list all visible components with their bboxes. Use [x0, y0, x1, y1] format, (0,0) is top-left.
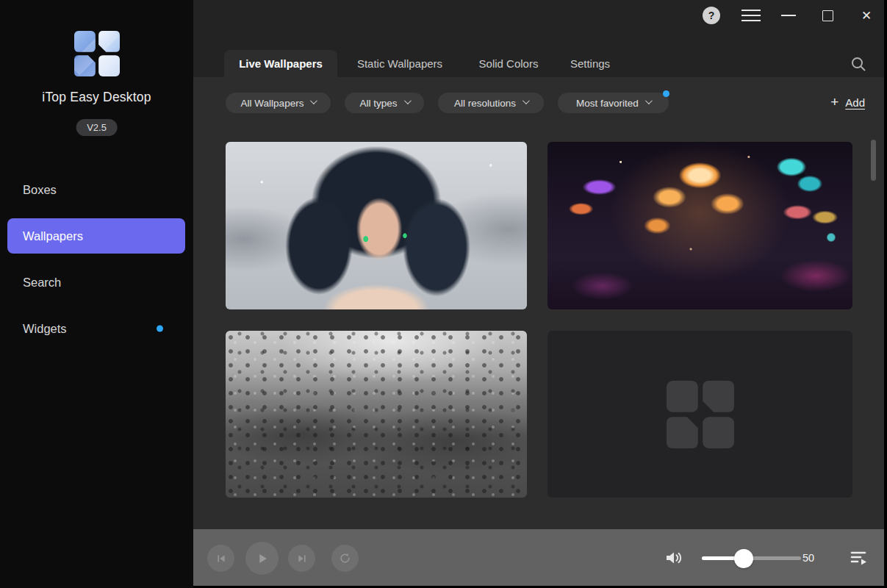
menu-icon[interactable] [741, 7, 761, 24]
chevron-down-icon [310, 97, 317, 104]
help-icon[interactable]: ? [703, 7, 720, 24]
app-name: iTop Easy Desktop [0, 90, 193, 105]
repeat-button[interactable] [331, 545, 359, 572]
wallpaper-tile-anime-girl[interactable] [226, 142, 527, 309]
sidebar-item-search[interactable]: Search [7, 265, 185, 300]
filter-all-wallpapers[interactable]: All Wallpapers [226, 93, 331, 113]
app-logo-icon [0, 31, 193, 79]
chevron-down-icon [645, 97, 653, 104]
filter-label: All resolutions [454, 98, 516, 109]
wallpaper-tile-placeholder[interactable] [547, 331, 852, 498]
sidebar-item-label: Wallpapers [23, 229, 83, 243]
tab-live-wallpapers[interactable]: Live Wallpapers [224, 50, 337, 77]
header: ? ✕ Live Wallpapers Static Wallpapers So… [193, 0, 884, 77]
notification-dot [663, 90, 669, 97]
sidebar-item-label: Widgets [23, 322, 67, 335]
filter-row: All Wallpapers All types All resolutions… [226, 93, 669, 113]
filter-most-favorited[interactable]: Most favorited [558, 93, 669, 113]
playlist-icon[interactable] [850, 550, 869, 566]
add-wallpaper-button[interactable]: + Add [830, 95, 865, 110]
search-icon[interactable] [850, 56, 866, 72]
filter-all-types[interactable]: All types [345, 93, 424, 113]
main-area: ? ✕ Live Wallpapers Static Wallpapers So… [193, 0, 884, 586]
maximize-button[interactable] [820, 7, 835, 24]
volume-slider[interactable] [702, 556, 801, 560]
sidebar-nav: Boxes Wallpapers Search Widgets [7, 172, 185, 357]
placeholder-logo-icon [667, 381, 734, 448]
next-button[interactable] [288, 545, 315, 572]
plus-icon: + [830, 95, 838, 110]
filter-all-resolutions[interactable]: All resolutions [438, 93, 544, 113]
add-label: Add [845, 96, 865, 109]
previous-button[interactable] [207, 545, 234, 572]
tab-static-wallpapers[interactable]: Static Wallpapers [337, 50, 462, 77]
minimize-button[interactable] [780, 7, 797, 24]
wallpaper-thumbnail [226, 331, 527, 498]
version-badge: V2.5 [76, 119, 118, 136]
volume-value: 50 [797, 552, 819, 564]
chevron-down-icon [522, 97, 530, 104]
wallpaper-thumbnail [547, 142, 852, 309]
player-bar: 50 [193, 529, 884, 586]
sidebar-item-wallpapers[interactable]: Wallpapers [7, 218, 185, 254]
close-button[interactable]: ✕ [858, 7, 875, 24]
volume-icon[interactable] [664, 549, 684, 567]
chevron-down-icon [403, 97, 411, 104]
sidebar-item-label: Search [23, 276, 61, 289]
tab-solid-colors[interactable]: Solid Colors [462, 50, 555, 77]
wallpaper-tile-rain-on-glass[interactable] [226, 331, 527, 498]
wallpaper-tile-glowing-mushrooms[interactable] [547, 142, 852, 309]
sidebar-item-label: Boxes [23, 183, 57, 196]
sidebar: iTop Easy Desktop V2.5 Boxes Wallpapers … [0, 0, 193, 588]
notification-dot [157, 326, 163, 332]
filter-label: Most favorited [576, 98, 639, 109]
tab-settings[interactable]: Settings [555, 50, 625, 77]
content: All Wallpapers All types All resolutions… [193, 77, 884, 529]
sidebar-item-widgets[interactable]: Widgets [7, 311, 185, 346]
wallpaper-thumbnail [226, 142, 527, 309]
sidebar-item-boxes[interactable]: Boxes [7, 172, 185, 207]
filter-label: All Wallpapers [241, 98, 304, 109]
volume-slider-thumb[interactable] [734, 549, 753, 568]
scrollbar[interactable] [871, 140, 876, 181]
filter-label: All types [359, 98, 397, 109]
play-button[interactable] [245, 542, 279, 575]
